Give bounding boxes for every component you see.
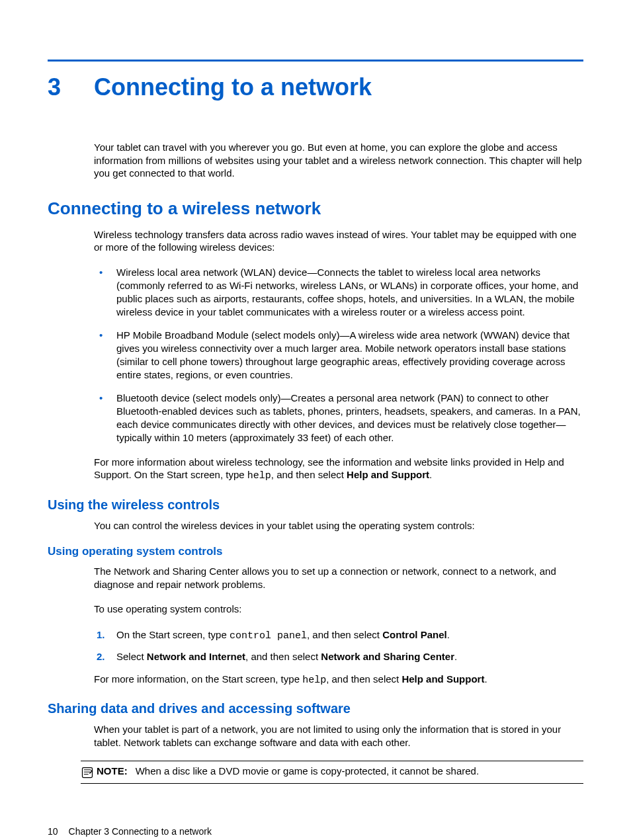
section1-intro: Wireless technology transfers data acros… [94, 228, 583, 254]
wireless-devices-list: Wireless local area network (WLAN) devic… [94, 266, 583, 445]
section3-moreinfo: For more information, on the Start scree… [94, 673, 583, 687]
os-controls-steps: On the Start screen, type control panel,… [94, 628, 583, 663]
section2-text: You can control the wireless devices in … [94, 519, 583, 532]
note-label: NOTE: [97, 765, 128, 777]
section1-moreinfo: For more information about wireless tech… [94, 456, 583, 483]
note-text: When a disc like a DVD movie or game is … [136, 765, 479, 777]
list-item: Wireless local area network (WLAN) devic… [94, 266, 583, 319]
list-item: HP Mobile Broadband Module (select model… [94, 329, 583, 382]
page-number: 10 [48, 826, 58, 837]
section3-p1: The Network and Sharing Center allows yo… [94, 565, 583, 591]
code-text: help [302, 675, 326, 686]
section-os-controls: Using operating system controls [48, 545, 583, 558]
list-item: Select Network and Internet, and then se… [94, 650, 583, 663]
section-sharing-data: Sharing data and drives and accessing so… [48, 701, 583, 716]
list-item: On the Start screen, type control panel,… [94, 628, 583, 643]
section3-p2: To use operating system controls: [94, 603, 583, 616]
list-item: Bluetooth device (select models only)—Cr… [94, 392, 583, 445]
code-text: control panel [230, 630, 307, 642]
note-icon [81, 766, 94, 779]
section-connecting-wireless: Connecting to a wireless network [48, 198, 583, 219]
chapter-number: 3 [48, 73, 94, 101]
chapter-title: Connecting to a network [94, 73, 372, 101]
footer-text: Chapter 3 Connecting to a network [69, 826, 212, 837]
section4-p1: When your tablet is part of a network, y… [94, 723, 583, 749]
chapter-header: 3 Connecting to a network [48, 73, 583, 101]
note-box: NOTE:When a disc like a DVD movie or gam… [81, 761, 583, 784]
code-text: help [247, 470, 271, 482]
page-footer: 10 Chapter 3 Connecting to a network [48, 826, 583, 837]
intro-text: Your tablet can travel with you wherever… [94, 141, 583, 180]
section-wireless-controls: Using the wireless controls [48, 497, 583, 513]
